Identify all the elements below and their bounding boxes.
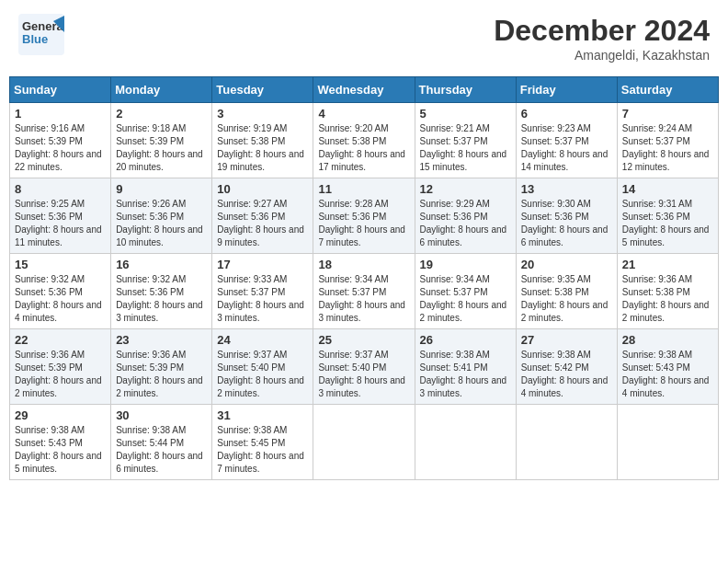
calendar-cell: 2 Sunrise: 9:18 AM Sunset: 5:39 PM Dayli… bbox=[111, 103, 212, 178]
day-number: 12 bbox=[420, 182, 511, 196]
logo-icon: General Blue bbox=[18, 14, 64, 55]
day-info: Sunrise: 9:37 AM Sunset: 5:40 PM Dayligh… bbox=[318, 349, 409, 400]
calendar-header-row: SundayMondayTuesdayWednesdayThursdayFrid… bbox=[10, 77, 719, 103]
day-number: 27 bbox=[521, 333, 612, 347]
day-info: Sunrise: 9:36 AM Sunset: 5:39 PM Dayligh… bbox=[15, 349, 106, 400]
calendar-table: SundayMondayTuesdayWednesdayThursdayFrid… bbox=[9, 76, 719, 480]
calendar-cell: 23 Sunrise: 9:36 AM Sunset: 5:39 PM Dayl… bbox=[111, 329, 212, 405]
day-info: Sunrise: 9:28 AM Sunset: 5:36 PM Dayligh… bbox=[318, 198, 409, 249]
day-number: 3 bbox=[217, 107, 308, 121]
day-number: 2 bbox=[116, 107, 207, 121]
calendar-cell: 26 Sunrise: 9:38 AM Sunset: 5:41 PM Dayl… bbox=[415, 329, 516, 405]
day-number: 25 bbox=[318, 333, 409, 347]
calendar-cell: 25 Sunrise: 9:37 AM Sunset: 5:40 PM Dayl… bbox=[313, 329, 415, 405]
calendar-cell: 15 Sunrise: 9:32 AM Sunset: 5:36 PM Dayl… bbox=[10, 254, 111, 329]
day-info: Sunrise: 9:36 AM Sunset: 5:39 PM Dayligh… bbox=[116, 349, 207, 400]
day-number: 21 bbox=[622, 258, 713, 271]
weekday-header: Friday bbox=[516, 77, 617, 103]
logo: General Blue bbox=[18, 14, 64, 55]
title-block: December 2024 Amangeldi, Kazakhstan bbox=[494, 14, 710, 63]
calendar-cell: 17 Sunrise: 9:33 AM Sunset: 5:37 PM Dayl… bbox=[212, 254, 313, 329]
day-number: 23 bbox=[116, 333, 207, 347]
calendar-cell: 9 Sunrise: 9:26 AM Sunset: 5:36 PM Dayli… bbox=[111, 178, 212, 254]
calendar-cell: 24 Sunrise: 9:37 AM Sunset: 5:40 PM Dayl… bbox=[212, 329, 313, 405]
day-info: Sunrise: 9:38 AM Sunset: 5:43 PM Dayligh… bbox=[622, 349, 713, 400]
day-number: 16 bbox=[116, 258, 207, 271]
calendar-week-row: 22 Sunrise: 9:36 AM Sunset: 5:39 PM Dayl… bbox=[10, 329, 719, 405]
day-number: 18 bbox=[318, 258, 409, 271]
day-info: Sunrise: 9:33 AM Sunset: 5:37 PM Dayligh… bbox=[217, 273, 308, 325]
weekday-header: Wednesday bbox=[313, 77, 415, 103]
calendar-cell: 10 Sunrise: 9:27 AM Sunset: 5:36 PM Dayl… bbox=[212, 178, 313, 254]
day-info: Sunrise: 9:29 AM Sunset: 5:36 PM Dayligh… bbox=[420, 198, 511, 249]
day-number: 30 bbox=[116, 408, 207, 422]
location: Amangeldi, Kazakhstan bbox=[494, 48, 710, 63]
weekday-header: Thursday bbox=[415, 77, 516, 103]
day-number: 28 bbox=[622, 333, 713, 347]
day-info: Sunrise: 9:38 AM Sunset: 5:41 PM Dayligh… bbox=[420, 349, 511, 400]
calendar-cell: 4 Sunrise: 9:20 AM Sunset: 5:38 PM Dayli… bbox=[313, 103, 415, 178]
calendar-cell: 14 Sunrise: 9:31 AM Sunset: 5:36 PM Dayl… bbox=[617, 178, 718, 254]
day-info: Sunrise: 9:21 AM Sunset: 5:37 PM Dayligh… bbox=[420, 122, 511, 174]
calendar-cell: 31 Sunrise: 9:38 AM Sunset: 5:45 PM Dayl… bbox=[212, 405, 313, 480]
day-number: 17 bbox=[217, 258, 308, 271]
day-info: Sunrise: 9:16 AM Sunset: 5:39 PM Dayligh… bbox=[15, 122, 106, 174]
calendar-cell: 6 Sunrise: 9:23 AM Sunset: 5:37 PM Dayli… bbox=[516, 103, 617, 178]
weekday-header: Tuesday bbox=[212, 77, 313, 103]
calendar-cell: 22 Sunrise: 9:36 AM Sunset: 5:39 PM Dayl… bbox=[10, 329, 111, 405]
day-info: Sunrise: 9:25 AM Sunset: 5:36 PM Dayligh… bbox=[15, 198, 106, 249]
calendar-week-row: 15 Sunrise: 9:32 AM Sunset: 5:36 PM Dayl… bbox=[10, 254, 719, 329]
day-number: 20 bbox=[521, 258, 612, 271]
calendar-week-row: 29 Sunrise: 9:38 AM Sunset: 5:43 PM Dayl… bbox=[10, 405, 719, 480]
day-info: Sunrise: 9:27 AM Sunset: 5:36 PM Dayligh… bbox=[217, 198, 308, 249]
day-number: 6 bbox=[521, 107, 612, 121]
day-number: 7 bbox=[622, 107, 713, 121]
day-info: Sunrise: 9:36 AM Sunset: 5:38 PM Dayligh… bbox=[622, 273, 713, 325]
calendar-cell: 18 Sunrise: 9:34 AM Sunset: 5:37 PM Dayl… bbox=[313, 254, 415, 329]
day-number: 19 bbox=[420, 258, 511, 271]
calendar-cell bbox=[516, 405, 617, 480]
day-number: 11 bbox=[318, 182, 409, 196]
weekday-header: Sunday bbox=[10, 77, 111, 103]
day-info: Sunrise: 9:26 AM Sunset: 5:36 PM Dayligh… bbox=[116, 198, 207, 249]
day-info: Sunrise: 9:38 AM Sunset: 5:42 PM Dayligh… bbox=[521, 349, 612, 400]
svg-text:Blue: Blue bbox=[22, 32, 48, 46]
day-number: 31 bbox=[217, 408, 308, 422]
day-number: 14 bbox=[622, 182, 713, 196]
day-info: Sunrise: 9:37 AM Sunset: 5:40 PM Dayligh… bbox=[217, 349, 308, 400]
day-info: Sunrise: 9:35 AM Sunset: 5:38 PM Dayligh… bbox=[521, 273, 612, 325]
day-number: 10 bbox=[217, 182, 308, 196]
weekday-header: Saturday bbox=[617, 77, 718, 103]
calendar-cell: 1 Sunrise: 9:16 AM Sunset: 5:39 PM Dayli… bbox=[10, 103, 111, 178]
day-info: Sunrise: 9:32 AM Sunset: 5:36 PM Dayligh… bbox=[116, 273, 207, 325]
day-info: Sunrise: 9:31 AM Sunset: 5:36 PM Dayligh… bbox=[622, 198, 713, 249]
calendar-cell bbox=[313, 405, 415, 480]
day-info: Sunrise: 9:24 AM Sunset: 5:37 PM Dayligh… bbox=[622, 122, 713, 174]
calendar-cell: 5 Sunrise: 9:21 AM Sunset: 5:37 PM Dayli… bbox=[415, 103, 516, 178]
page-header: General Blue December 2024 Amangeldi, Ka… bbox=[9, 9, 719, 67]
day-info: Sunrise: 9:30 AM Sunset: 5:36 PM Dayligh… bbox=[521, 198, 612, 249]
day-number: 4 bbox=[318, 107, 409, 121]
day-info: Sunrise: 9:38 AM Sunset: 5:43 PM Dayligh… bbox=[15, 424, 106, 476]
day-info: Sunrise: 9:18 AM Sunset: 5:39 PM Dayligh… bbox=[116, 122, 207, 174]
day-info: Sunrise: 9:23 AM Sunset: 5:37 PM Dayligh… bbox=[521, 122, 612, 174]
calendar-cell: 19 Sunrise: 9:34 AM Sunset: 5:37 PM Dayl… bbox=[415, 254, 516, 329]
month-title: December 2024 bbox=[494, 14, 710, 48]
calendar-cell: 21 Sunrise: 9:36 AM Sunset: 5:38 PM Dayl… bbox=[617, 254, 718, 329]
day-number: 8 bbox=[15, 182, 106, 196]
day-info: Sunrise: 9:38 AM Sunset: 5:45 PM Dayligh… bbox=[217, 424, 308, 476]
day-number: 5 bbox=[420, 107, 511, 121]
day-number: 1 bbox=[15, 107, 106, 121]
day-number: 26 bbox=[420, 333, 511, 347]
calendar-cell: 11 Sunrise: 9:28 AM Sunset: 5:36 PM Dayl… bbox=[313, 178, 415, 254]
calendar-cell: 29 Sunrise: 9:38 AM Sunset: 5:43 PM Dayl… bbox=[10, 405, 111, 480]
calendar-cell: 3 Sunrise: 9:19 AM Sunset: 5:38 PM Dayli… bbox=[212, 103, 313, 178]
calendar-cell: 16 Sunrise: 9:32 AM Sunset: 5:36 PM Dayl… bbox=[111, 254, 212, 329]
calendar-cell: 30 Sunrise: 9:38 AM Sunset: 5:44 PM Dayl… bbox=[111, 405, 212, 480]
calendar-cell: 28 Sunrise: 9:38 AM Sunset: 5:43 PM Dayl… bbox=[617, 329, 718, 405]
day-info: Sunrise: 9:34 AM Sunset: 5:37 PM Dayligh… bbox=[420, 273, 511, 325]
day-info: Sunrise: 9:38 AM Sunset: 5:44 PM Dayligh… bbox=[116, 424, 207, 476]
day-info: Sunrise: 9:19 AM Sunset: 5:38 PM Dayligh… bbox=[217, 122, 308, 174]
calendar-cell: 20 Sunrise: 9:35 AM Sunset: 5:38 PM Dayl… bbox=[516, 254, 617, 329]
calendar-cell bbox=[415, 405, 516, 480]
